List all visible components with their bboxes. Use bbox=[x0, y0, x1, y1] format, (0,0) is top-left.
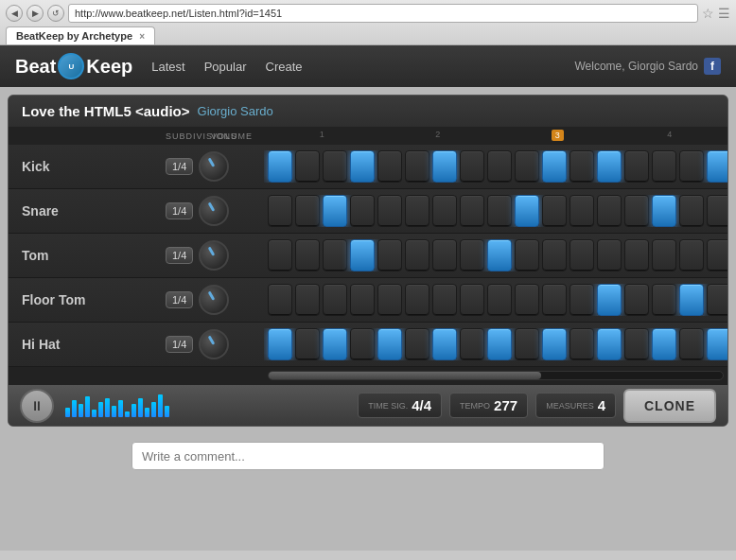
forward-button[interactable]: ▶ bbox=[26, 5, 44, 22]
comment-input[interactable] bbox=[131, 442, 605, 470]
beat-btn-0-6[interactable] bbox=[432, 150, 457, 183]
beat-btn-1-5[interactable] bbox=[405, 195, 429, 227]
beat-btn-1-11[interactable] bbox=[570, 195, 594, 227]
beat-btn-1-3[interactable] bbox=[350, 195, 375, 227]
beat-btn-3-3[interactable] bbox=[350, 284, 375, 316]
beat-btn-0-7[interactable] bbox=[460, 150, 484, 183]
beat-btn-3-16[interactable] bbox=[707, 284, 727, 316]
subdivision-btn-0[interactable]: 1/4 bbox=[166, 158, 193, 175]
play-pause-button[interactable]: ⏸ bbox=[20, 389, 54, 423]
beat-btn-0-12[interactable] bbox=[597, 150, 622, 183]
beat-btn-4-0[interactable] bbox=[268, 328, 292, 360]
beat-btn-2-14[interactable] bbox=[652, 239, 676, 271]
subdivision-btn-1[interactable]: 1/4 bbox=[166, 202, 193, 219]
volume-knob-0[interactable] bbox=[199, 151, 229, 182]
beat-btn-0-9[interactable] bbox=[515, 150, 539, 183]
scrollbar-thumb[interactable] bbox=[269, 372, 541, 379]
beat-btn-3-1[interactable] bbox=[295, 284, 320, 316]
beat-btn-2-11[interactable] bbox=[570, 239, 594, 271]
beat-btn-0-16[interactable] bbox=[707, 150, 727, 183]
beat-btn-0-2[interactable] bbox=[323, 150, 347, 183]
subdivision-btn-2[interactable]: 1/4 bbox=[166, 247, 193, 264]
beat-btn-2-4[interactable] bbox=[377, 239, 402, 271]
beat-btn-2-13[interactable] bbox=[624, 239, 649, 271]
beat-btn-1-6[interactable] bbox=[432, 195, 457, 227]
beat-btn-2-9[interactable] bbox=[515, 239, 539, 271]
clone-button[interactable]: CLONE bbox=[623, 389, 716, 423]
browser-tab-active[interactable]: BeatKeep by Archetype × bbox=[6, 26, 155, 44]
beat-btn-4-15[interactable] bbox=[679, 328, 704, 360]
beat-btn-3-0[interactable] bbox=[268, 284, 292, 316]
beat-btn-1-2[interactable] bbox=[323, 195, 347, 227]
beat-btn-2-16[interactable] bbox=[707, 239, 727, 271]
beat-btn-3-15[interactable] bbox=[679, 284, 704, 316]
tools-icon[interactable]: ☰ bbox=[718, 6, 730, 21]
beat-btn-1-16[interactable] bbox=[707, 195, 727, 227]
beat-btn-2-7[interactable] bbox=[460, 239, 484, 271]
subdivision-btn-4[interactable]: 1/4 bbox=[166, 336, 193, 353]
beat-btn-4-2[interactable] bbox=[323, 328, 347, 360]
beat-btn-4-1[interactable] bbox=[295, 328, 320, 360]
beat-btn-0-3[interactable] bbox=[350, 150, 375, 183]
beat-btn-4-8[interactable] bbox=[487, 328, 512, 360]
beat-btn-3-10[interactable] bbox=[542, 284, 567, 316]
beat-btn-4-3[interactable] bbox=[350, 328, 375, 360]
beat-btn-3-14[interactable] bbox=[652, 284, 676, 316]
beat-btn-0-14[interactable] bbox=[652, 150, 676, 183]
beat-btn-3-6[interactable] bbox=[432, 284, 457, 316]
beat-btn-3-4[interactable] bbox=[377, 284, 402, 316]
volume-knob-3[interactable] bbox=[199, 285, 229, 315]
nav-popular[interactable]: Popular bbox=[204, 60, 247, 74]
beat-btn-2-12[interactable] bbox=[597, 239, 622, 271]
beat-btn-2-0[interactable] bbox=[268, 239, 292, 271]
subdivision-btn-3[interactable]: 1/4 bbox=[166, 291, 193, 308]
beat-btn-4-12[interactable] bbox=[597, 328, 622, 360]
beat-btn-4-13[interactable] bbox=[624, 328, 649, 360]
beat-btn-1-8[interactable] bbox=[487, 195, 512, 227]
beat-btn-0-5[interactable] bbox=[405, 150, 429, 183]
beat-btn-4-14[interactable] bbox=[652, 328, 676, 360]
beat-btn-1-12[interactable] bbox=[597, 195, 622, 227]
beat-btn-0-0[interactable] bbox=[268, 150, 292, 183]
star-icon[interactable]: ☆ bbox=[702, 6, 714, 21]
beat-btn-1-0[interactable] bbox=[268, 195, 292, 227]
beat-btn-1-14[interactable] bbox=[652, 195, 676, 227]
tab-close-button[interactable]: × bbox=[139, 31, 145, 42]
beat-btn-2-8[interactable] bbox=[487, 239, 512, 271]
volume-knob-4[interactable] bbox=[199, 329, 229, 359]
beat-btn-0-8[interactable] bbox=[487, 150, 512, 183]
beat-btn-4-11[interactable] bbox=[570, 328, 594, 360]
beat-btn-2-2[interactable] bbox=[323, 239, 347, 271]
beat-btn-1-7[interactable] bbox=[460, 195, 484, 227]
beat-btn-0-15[interactable] bbox=[679, 150, 704, 183]
beat-btn-1-10[interactable] bbox=[542, 195, 567, 227]
nav-latest[interactable]: Latest bbox=[151, 60, 184, 74]
beat-btn-3-13[interactable] bbox=[624, 284, 649, 316]
scrollbar-track[interactable] bbox=[268, 371, 724, 380]
beat-btn-4-7[interactable] bbox=[460, 328, 484, 360]
beat-btn-1-13[interactable] bbox=[624, 195, 649, 227]
beat-btn-4-4[interactable] bbox=[377, 328, 402, 360]
beat-btn-1-4[interactable] bbox=[377, 195, 402, 227]
refresh-button[interactable]: ↺ bbox=[47, 5, 64, 22]
beat-btn-4-6[interactable] bbox=[432, 328, 457, 360]
beat-btn-1-1[interactable] bbox=[295, 195, 320, 227]
beat-btn-1-15[interactable] bbox=[679, 195, 704, 227]
beat-btn-0-10[interactable] bbox=[542, 150, 567, 183]
beat-btn-4-9[interactable] bbox=[515, 328, 539, 360]
volume-knob-2[interactable] bbox=[199, 240, 229, 271]
beat-btn-3-7[interactable] bbox=[460, 284, 484, 316]
beat-btn-0-1[interactable] bbox=[295, 150, 320, 183]
beat-btn-2-6[interactable] bbox=[432, 239, 457, 271]
beat-btn-0-11[interactable] bbox=[570, 150, 594, 183]
beat-btn-2-1[interactable] bbox=[295, 239, 320, 271]
beat-btn-4-10[interactable] bbox=[542, 328, 567, 360]
beat-btn-4-16[interactable] bbox=[707, 328, 727, 360]
beat-btn-0-4[interactable] bbox=[377, 150, 402, 183]
facebook-icon[interactable]: f bbox=[704, 58, 721, 75]
address-bar[interactable]: http://www.beatkeep.net/Listen.html?id=1… bbox=[68, 4, 698, 23]
beat-btn-3-5[interactable] bbox=[405, 284, 429, 316]
beat-btn-0-13[interactable] bbox=[624, 150, 649, 183]
beat-btn-2-10[interactable] bbox=[542, 239, 567, 271]
beat-btn-3-12[interactable] bbox=[597, 284, 622, 316]
